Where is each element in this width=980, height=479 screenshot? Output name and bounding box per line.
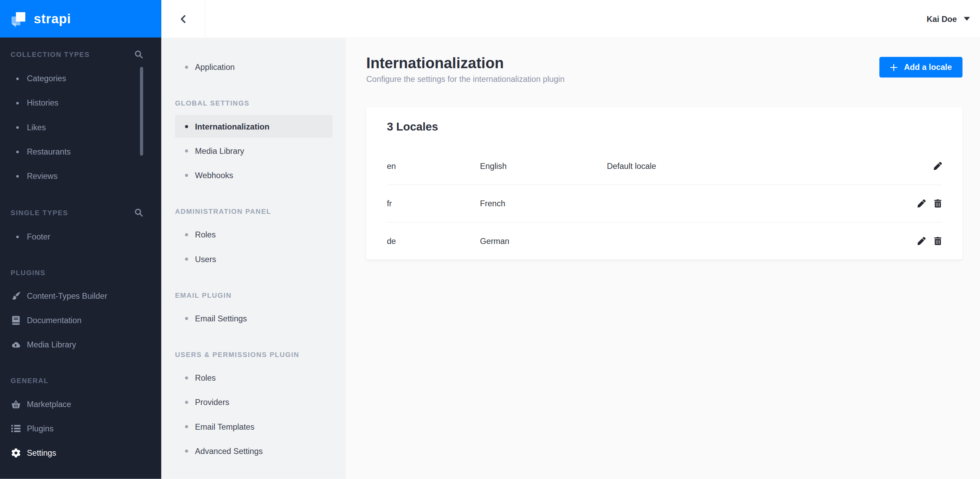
edit-icon[interactable] (918, 237, 926, 245)
section-plugins: PLUGINS (11, 269, 143, 277)
locale-name: English (480, 161, 607, 170)
settings-nav-label: Providers (195, 398, 229, 407)
search-icon[interactable] (134, 208, 143, 217)
sidebar-item-label: Marketplace (27, 399, 71, 409)
settings-nav-label: Application (195, 62, 235, 72)
settings-section-email-plugin: EMAIL PLUGIN (175, 291, 332, 299)
sidebar-item-label: Histories (27, 98, 58, 107)
bullet-icon (185, 233, 188, 236)
settings-nav-label: Email Settings (195, 313, 247, 323)
section-general: GENERAL (11, 377, 143, 384)
back-button[interactable] (161, 0, 206, 37)
sidebar-item-histories[interactable]: Histories (0, 91, 161, 115)
bullet-icon (16, 150, 19, 153)
sidebar-item-label: Footer (27, 232, 50, 241)
locale-row-en[interactable]: en English Default locale (387, 148, 942, 185)
row-actions (918, 237, 942, 245)
section-label: PLUGINS (11, 269, 46, 277)
locale-name: German (480, 236, 607, 246)
bullet-icon (185, 401, 188, 404)
bullet-icon (185, 425, 188, 428)
sidebar-item-restaurants[interactable]: Restaurants (0, 140, 161, 164)
settings-nav-label: Users (195, 254, 216, 264)
settings-nav-item-media-library[interactable]: Media Library (175, 140, 332, 162)
sidebar-item-label: Plugins (27, 424, 53, 433)
page-title: Internationalization (366, 54, 565, 73)
settings-nav-item-advanced-settings[interactable]: Advanced Settings (175, 439, 332, 462)
sidebar-item-label: Likes (27, 123, 46, 132)
chevron-left-icon (178, 14, 188, 23)
edit-icon[interactable] (934, 162, 942, 170)
settings-nav-label: Webhooks (195, 170, 233, 180)
row-actions (934, 162, 942, 170)
locale-row-fr[interactable]: fr French (387, 185, 942, 222)
settings-nav-item-internationalization[interactable]: Internationalization (175, 115, 332, 138)
sidebar-item-settings[interactable]: Settings (0, 441, 161, 465)
locales-card-title: 3 Locales (366, 107, 963, 134)
section-label: GENERAL (11, 377, 49, 384)
sidebar-item-label: Content-Types Builder (27, 291, 107, 301)
content-header: Internationalization Configure the setti… (345, 37, 980, 84)
sidebar-item-media-library[interactable]: Media Library (0, 333, 161, 357)
settings-section-users-permissions-plugin: USERS & PERMISSIONS PLUGIN (175, 351, 332, 358)
bullet-icon (16, 175, 19, 177)
settings-nav-item-email-templates[interactable]: Email Templates (175, 415, 332, 438)
settings-nav-item-admin-roles[interactable]: Roles (175, 223, 332, 246)
locale-code: en (387, 161, 480, 170)
section-single-types: SINGLE TYPES (11, 208, 143, 217)
sidebar-item-reviews[interactable]: Reviews (0, 164, 161, 188)
user-menu[interactable]: Kai Doe (927, 14, 980, 23)
section-collection-types: COLLECTION TYPES (11, 50, 143, 59)
book-icon (11, 315, 21, 325)
sidebar-item-label: Documentation (27, 315, 81, 325)
section-label: SINGLE TYPES (11, 208, 68, 216)
sidebar-item-label: Reviews (27, 171, 57, 181)
bullet-icon (185, 65, 188, 68)
settings-nav-label: Media Library (195, 146, 244, 155)
settings-section-administration-panel: ADMINISTRATION PANEL (175, 208, 332, 215)
settings-nav-item-application[interactable]: Application (175, 56, 332, 78)
sidebar-item-categories[interactable]: Categories (0, 66, 161, 91)
settings-nav-item-providers[interactable]: Providers (175, 391, 332, 413)
delete-icon[interactable] (934, 199, 942, 208)
strapi-logo[interactable]: strapi (0, 0, 161, 37)
list-icon (11, 425, 21, 433)
locale-row-de[interactable]: de German (387, 222, 942, 259)
bullet-icon (16, 77, 19, 80)
main-content: Internationalization Configure the setti… (345, 37, 980, 479)
caret-down-icon (964, 17, 970, 21)
sidebar-item-documentation[interactable]: Documentation (0, 309, 161, 333)
sidebar-scrollbar-thumb[interactable] (140, 67, 143, 156)
settings-nav-item-up-roles[interactable]: Roles (175, 366, 332, 389)
sidebar-item-label: Media Library (27, 340, 76, 350)
settings-nav-item-webhooks[interactable]: Webhooks (175, 164, 332, 186)
strapi-logo-icon (10, 10, 27, 27)
search-icon[interactable] (134, 50, 143, 59)
bullet-icon (16, 126, 19, 129)
bullet-icon (185, 125, 188, 128)
add-locale-label: Add a locale (904, 62, 952, 72)
locale-code: de (387, 236, 480, 246)
sidebar-item-likes[interactable]: Likes (0, 115, 161, 140)
sidebar-item-content-types-builder[interactable]: Content-Types Builder (0, 284, 161, 308)
settings-nav-item-admin-users[interactable]: Users (175, 248, 332, 271)
settings-nav-label: Roles (195, 373, 216, 382)
bullet-icon (185, 149, 188, 152)
row-actions (918, 199, 942, 208)
sidebar-item-marketplace[interactable]: Marketplace (0, 392, 161, 416)
delete-icon[interactable] (934, 237, 942, 245)
gear-icon (11, 448, 21, 457)
locale-note: Default locale (607, 161, 934, 170)
sidebar-item-label: Categories (27, 74, 66, 83)
bullet-icon (185, 173, 188, 177)
settings-nav: Application GLOBAL SETTINGS Internationa… (161, 37, 345, 479)
strapi-admin-app: strapi COLLECTION TYPES Categories Histo… (0, 0, 980, 479)
bullet-icon (16, 236, 19, 238)
add-locale-button[interactable]: Add a locale (880, 57, 963, 78)
settings-nav-item-email-settings[interactable]: Email Settings (175, 307, 332, 329)
locales-table: en English Default locale fr French (366, 148, 963, 260)
edit-icon[interactable] (918, 199, 926, 208)
sidebar-item-footer[interactable]: Footer (0, 224, 161, 249)
page-subtitle: Configure the settings for the internati… (366, 74, 565, 84)
sidebar-item-plugins[interactable]: Plugins (0, 416, 161, 441)
